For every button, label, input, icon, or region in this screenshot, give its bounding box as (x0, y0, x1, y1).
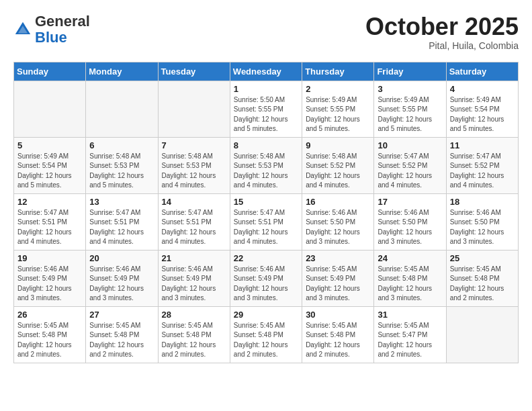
week-row-4: 19Sunrise: 5:46 AM Sunset: 5:49 PM Dayli… (14, 250, 519, 306)
weekday-header-row: SundayMondayTuesdayWednesdayThursdayFrid… (14, 62, 519, 81)
weekday-header-thursday: Thursday (302, 62, 374, 81)
day-number: 2 (306, 84, 370, 94)
calendar-cell: 9Sunrise: 5:48 AM Sunset: 5:52 PM Daylig… (302, 137, 374, 193)
calendar-table: SundayMondayTuesdayWednesdayThursdayFrid… (13, 62, 519, 363)
day-number: 27 (89, 310, 154, 320)
calendar-cell: 21Sunrise: 5:46 AM Sunset: 5:49 PM Dayli… (158, 250, 230, 306)
calendar-cell: 30Sunrise: 5:45 AM Sunset: 5:48 PM Dayli… (302, 306, 374, 363)
day-number: 18 (450, 197, 515, 207)
day-info: Sunrise: 5:48 AM Sunset: 5:53 PM Dayligh… (89, 152, 154, 191)
day-info: Sunrise: 5:49 AM Sunset: 5:54 PM Dayligh… (450, 95, 515, 134)
calendar-cell: 29Sunrise: 5:45 AM Sunset: 5:48 PM Dayli… (230, 306, 302, 363)
calendar-cell: 24Sunrise: 5:45 AM Sunset: 5:48 PM Dayli… (374, 250, 446, 306)
calendar-cell: 14Sunrise: 5:47 AM Sunset: 5:51 PM Dayli… (158, 193, 230, 250)
calendar-cell (14, 81, 86, 137)
calendar-cell (86, 81, 158, 137)
day-info: Sunrise: 5:45 AM Sunset: 5:48 PM Dayligh… (89, 321, 154, 360)
day-number: 23 (306, 253, 370, 263)
day-info: Sunrise: 5:47 AM Sunset: 5:51 PM Dayligh… (234, 208, 298, 247)
day-info: Sunrise: 5:49 AM Sunset: 5:54 PM Dayligh… (17, 152, 82, 191)
day-number: 11 (450, 140, 515, 150)
day-number: 12 (17, 197, 82, 207)
calendar-cell: 10Sunrise: 5:47 AM Sunset: 5:52 PM Dayli… (374, 137, 446, 193)
day-number: 30 (306, 310, 370, 320)
weekday-header-wednesday: Wednesday (230, 62, 302, 81)
day-info: Sunrise: 5:46 AM Sunset: 5:50 PM Dayligh… (378, 208, 442, 247)
week-row-3: 12Sunrise: 5:47 AM Sunset: 5:51 PM Dayli… (14, 193, 519, 250)
day-info: Sunrise: 5:46 AM Sunset: 5:49 PM Dayligh… (162, 265, 226, 304)
day-info: Sunrise: 5:46 AM Sunset: 5:50 PM Dayligh… (306, 208, 370, 247)
day-info: Sunrise: 5:49 AM Sunset: 5:55 PM Dayligh… (378, 95, 442, 134)
logo-blue-text: Blue (35, 29, 67, 46)
calendar-cell: 7Sunrise: 5:48 AM Sunset: 5:53 PM Daylig… (158, 137, 230, 193)
location-subtitle: Pital, Huila, Colombia (365, 40, 519, 51)
calendar-cell: 19Sunrise: 5:46 AM Sunset: 5:49 PM Dayli… (14, 250, 86, 306)
calendar-cell (158, 81, 230, 137)
day-number: 8 (234, 140, 298, 150)
logo: General Blue (13, 13, 90, 46)
day-number: 3 (378, 84, 442, 94)
day-info: Sunrise: 5:47 AM Sunset: 5:52 PM Dayligh… (378, 152, 442, 191)
day-info: Sunrise: 5:46 AM Sunset: 5:49 PM Dayligh… (89, 265, 154, 304)
logo-general-text: General (35, 13, 90, 30)
calendar-cell: 28Sunrise: 5:45 AM Sunset: 5:48 PM Dayli… (158, 306, 230, 363)
calendar-cell: 5Sunrise: 5:49 AM Sunset: 5:54 PM Daylig… (14, 137, 86, 193)
calendar-cell: 20Sunrise: 5:46 AM Sunset: 5:49 PM Dayli… (86, 250, 158, 306)
day-info: Sunrise: 5:47 AM Sunset: 5:51 PM Dayligh… (162, 208, 226, 247)
title-block: October 2025 Pital, Huila, Colombia (365, 13, 519, 51)
day-info: Sunrise: 5:47 AM Sunset: 5:52 PM Dayligh… (450, 152, 515, 191)
calendar-cell: 23Sunrise: 5:45 AM Sunset: 5:49 PM Dayli… (302, 250, 374, 306)
day-info: Sunrise: 5:45 AM Sunset: 5:49 PM Dayligh… (306, 265, 370, 304)
day-info: Sunrise: 5:45 AM Sunset: 5:47 PM Dayligh… (378, 321, 442, 360)
calendar-cell: 4Sunrise: 5:49 AM Sunset: 5:54 PM Daylig… (446, 81, 518, 137)
day-info: Sunrise: 5:45 AM Sunset: 5:48 PM Dayligh… (306, 321, 370, 360)
day-info: Sunrise: 5:46 AM Sunset: 5:49 PM Dayligh… (234, 265, 298, 304)
day-info: Sunrise: 5:45 AM Sunset: 5:48 PM Dayligh… (378, 265, 442, 304)
day-info: Sunrise: 5:47 AM Sunset: 5:51 PM Dayligh… (89, 208, 154, 247)
weekday-header-friday: Friday (374, 62, 446, 81)
day-info: Sunrise: 5:50 AM Sunset: 5:55 PM Dayligh… (234, 95, 298, 134)
day-info: Sunrise: 5:46 AM Sunset: 5:50 PM Dayligh… (450, 208, 515, 247)
day-number: 9 (306, 140, 370, 150)
calendar-cell: 26Sunrise: 5:45 AM Sunset: 5:48 PM Dayli… (14, 306, 86, 363)
day-number: 20 (89, 253, 154, 263)
day-info: Sunrise: 5:47 AM Sunset: 5:51 PM Dayligh… (17, 208, 82, 247)
calendar-cell: 1Sunrise: 5:50 AM Sunset: 5:55 PM Daylig… (230, 81, 302, 137)
day-number: 24 (378, 253, 442, 263)
calendar-cell: 25Sunrise: 5:45 AM Sunset: 5:48 PM Dayli… (446, 250, 518, 306)
calendar-cell: 31Sunrise: 5:45 AM Sunset: 5:47 PM Dayli… (374, 306, 446, 363)
day-number: 17 (378, 197, 442, 207)
calendar-cell: 15Sunrise: 5:47 AM Sunset: 5:51 PM Dayli… (230, 193, 302, 250)
day-number: 1 (234, 84, 298, 94)
day-number: 10 (378, 140, 442, 150)
day-number: 7 (162, 140, 226, 150)
weekday-header-tuesday: Tuesday (158, 62, 230, 81)
calendar-cell: 18Sunrise: 5:46 AM Sunset: 5:50 PM Dayli… (446, 193, 518, 250)
weekday-header-sunday: Sunday (14, 62, 86, 81)
weekday-header-monday: Monday (86, 62, 158, 81)
calendar-cell: 11Sunrise: 5:47 AM Sunset: 5:52 PM Dayli… (446, 137, 518, 193)
day-info: Sunrise: 5:45 AM Sunset: 5:48 PM Dayligh… (234, 321, 298, 360)
day-number: 14 (162, 197, 226, 207)
calendar-cell: 13Sunrise: 5:47 AM Sunset: 5:51 PM Dayli… (86, 193, 158, 250)
week-row-5: 26Sunrise: 5:45 AM Sunset: 5:48 PM Dayli… (14, 306, 519, 363)
day-number: 13 (89, 197, 154, 207)
calendar-cell: 8Sunrise: 5:48 AM Sunset: 5:53 PM Daylig… (230, 137, 302, 193)
calendar-cell: 3Sunrise: 5:49 AM Sunset: 5:55 PM Daylig… (374, 81, 446, 137)
day-info: Sunrise: 5:48 AM Sunset: 5:52 PM Dayligh… (306, 152, 370, 191)
day-number: 15 (234, 197, 298, 207)
calendar-cell: 27Sunrise: 5:45 AM Sunset: 5:48 PM Dayli… (86, 306, 158, 363)
day-number: 29 (234, 310, 298, 320)
calendar-cell (446, 306, 518, 363)
day-number: 21 (162, 253, 226, 263)
day-number: 26 (17, 310, 82, 320)
logo-icon (13, 20, 32, 39)
day-number: 16 (306, 197, 370, 207)
day-info: Sunrise: 5:48 AM Sunset: 5:53 PM Dayligh… (234, 152, 298, 191)
day-number: 5 (17, 140, 82, 150)
day-number: 4 (450, 84, 515, 94)
day-number: 19 (17, 253, 82, 263)
week-row-2: 5Sunrise: 5:49 AM Sunset: 5:54 PM Daylig… (14, 137, 519, 193)
day-number: 28 (162, 310, 226, 320)
calendar-cell: 22Sunrise: 5:46 AM Sunset: 5:49 PM Dayli… (230, 250, 302, 306)
